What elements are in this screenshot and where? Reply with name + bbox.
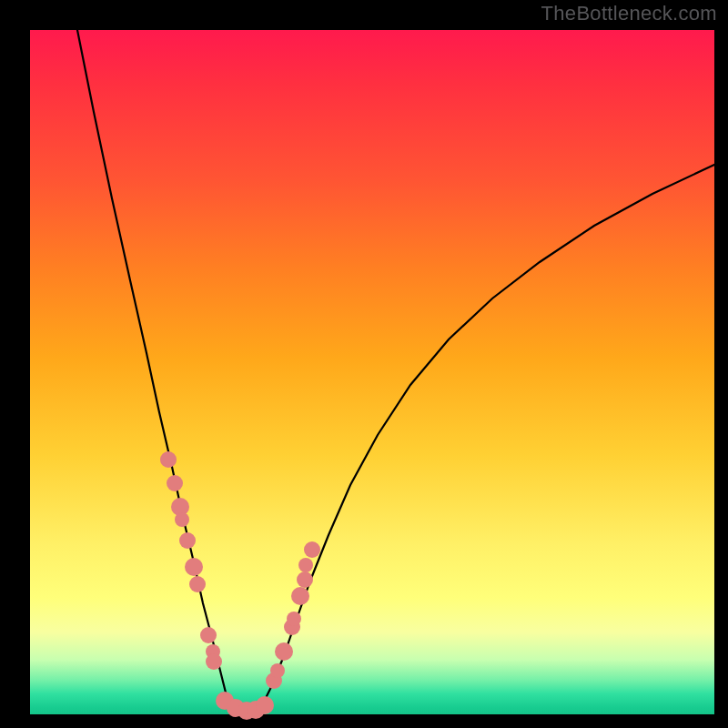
- data-marker: [206, 653, 222, 670]
- bottleneck-curve: [77, 30, 714, 711]
- data-marker: [297, 571, 313, 588]
- data-marker: [270, 663, 285, 678]
- data-marker: [291, 587, 309, 605]
- marker-layer: [160, 451, 320, 720]
- data-marker: [160, 451, 177, 468]
- plot-area: [30, 30, 714, 714]
- data-marker: [298, 558, 313, 572]
- watermark-text: TheBottleneck.com: [541, 2, 717, 25]
- data-marker: [189, 576, 206, 592]
- data-marker: [304, 541, 320, 558]
- data-marker: [185, 558, 203, 576]
- data-marker: [167, 475, 183, 491]
- chart-stage: TheBottleneck.com: [0, 0, 728, 728]
- data-marker: [256, 696, 274, 714]
- data-marker: [200, 627, 217, 643]
- data-marker: [275, 642, 293, 661]
- data-marker: [287, 612, 301, 626]
- curve-svg: [30, 30, 714, 714]
- data-marker: [179, 532, 196, 549]
- data-marker: [175, 512, 189, 527]
